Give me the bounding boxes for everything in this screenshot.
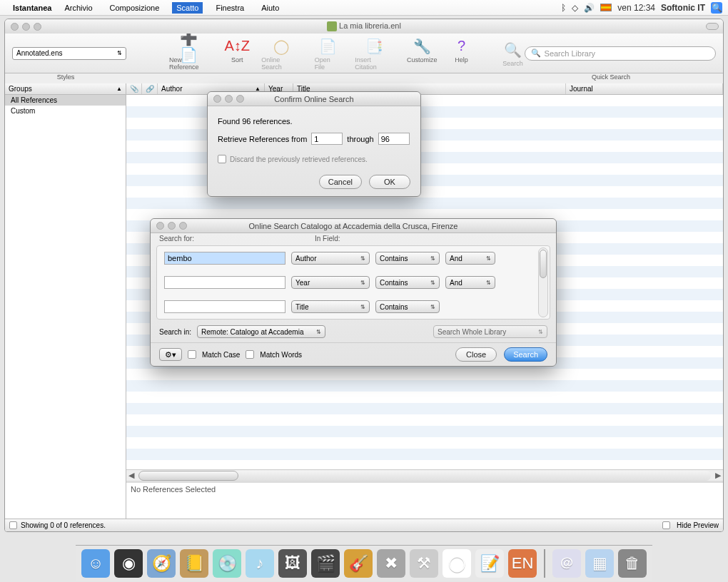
search-rows-scrollbar[interactable] [538, 247, 548, 317]
bluetooth-icon[interactable]: ᛒ [561, 3, 566, 13]
ok-button[interactable]: OK [369, 175, 410, 189]
discard-checkbox[interactable] [218, 155, 226, 163]
col-journal-header[interactable]: Journal [566, 83, 723, 94]
horizontal-scrollbar[interactable]: ◀ ▶ [126, 469, 723, 481]
dock-area: ☺◉🧭📒💿♪🖼🎬🎸✖⚒◯📝EN＠▦🗑 [0, 543, 728, 582]
field-3-popup[interactable]: Title⇅ [291, 300, 370, 313]
sort-button[interactable]: A↕Z Sort [226, 36, 248, 71]
in-field-label: In Field: [315, 235, 340, 242]
menu-scatto[interactable]: Scatto [172, 2, 203, 14]
menu-archivio[interactable]: Archivio [60, 2, 96, 14]
toolbar: Annotated.ens ⇅ ➕📄 New Reference A↕Z Sor… [5, 34, 723, 73]
search-term-3-input[interactable] [164, 300, 285, 313]
scroll-left-icon[interactable]: ◀ [126, 471, 136, 480]
close-dialog-button[interactable]: Close [455, 347, 497, 362]
retrieve-label: Retrieve References from [218, 135, 307, 143]
match-words-label: Match Words [260, 351, 302, 359]
customize-button[interactable]: 🔧 Customize [407, 36, 438, 71]
toolbar-pill-button[interactable] [706, 23, 719, 30]
search-row-1: Author⇅ Contains⇅ And⇅ [164, 252, 542, 265]
op-2-popup[interactable]: Contains⇅ [375, 276, 440, 289]
field-2-popup[interactable]: Year⇅ [291, 276, 370, 289]
conj-2-popup[interactable]: And⇅ [445, 276, 495, 289]
field-1-popup[interactable]: Author⇅ [291, 252, 370, 265]
menu-composizione[interactable]: Composizione [106, 2, 164, 14]
hide-preview-checkbox[interactable] [662, 521, 670, 529]
dock-iphoto-icon[interactable]: 🖼 [278, 549, 307, 578]
retrieve-from-input[interactable] [311, 133, 343, 145]
dock-finder-icon[interactable]: ☺ [81, 549, 110, 578]
search-for-label: Search for: [159, 235, 315, 242]
search-rows-panel: Author⇅ Contains⇅ And⇅ Year⇅ Contains⇅ A… [156, 245, 550, 320]
wifi-icon[interactable]: ◇ [572, 3, 578, 13]
menubar: Istantanea Archivio Composizione Scatto … [0, 0, 728, 16]
new-reference-icon: ➕📄 [180, 36, 203, 56]
groups-header[interactable]: Groups ▲ [5, 83, 126, 95]
help-icon: ? [450, 36, 473, 56]
dock-swirl-icon[interactable]: ◯ [443, 549, 471, 578]
input-flag-icon[interactable] [600, 4, 612, 11]
open-file-button[interactable]: 📄 Open File [315, 36, 343, 71]
scroll-thumb[interactable] [138, 471, 238, 481]
menu-finestra[interactable]: Finestra [211, 2, 248, 14]
dock-trash-icon[interactable]: 🗑 [618, 549, 647, 578]
styles-label: Styles [5, 73, 126, 83]
user-name[interactable]: Softonic IT [661, 3, 705, 13]
new-reference-button[interactable]: ➕📄 New Reference [169, 36, 213, 71]
cancel-button[interactable]: Cancel [319, 175, 362, 189]
match-words-checkbox[interactable] [246, 350, 254, 359]
search-term-1-input[interactable] [164, 252, 285, 265]
dock: ☺◉🧭📒💿♪🖼🎬🎸✖⚒◯📝EN＠▦🗑 [76, 545, 652, 581]
style-selector[interactable]: Annotated.ens ⇅ [12, 47, 126, 60]
clock[interactable]: ven 12:34 [617, 3, 655, 13]
scroll-right-icon[interactable]: ▶ [713, 471, 723, 480]
op-1-popup[interactable]: Contains⇅ [375, 252, 440, 265]
op-3-popup[interactable]: Contains⇅ [375, 300, 440, 313]
group-all-references[interactable]: All References [5, 95, 126, 106]
dock-textedit-icon[interactable]: 📝 [475, 549, 504, 578]
confirm-online-search-dialog: Confirm Online Search Found 96 reference… [207, 91, 421, 197]
conj-1-popup[interactable]: And⇅ [445, 252, 495, 265]
dock-imovie-icon[interactable]: 🎬 [311, 549, 340, 578]
search-term-2-input[interactable] [164, 276, 285, 289]
col-paperclip-header[interactable]: 🔗 [142, 83, 158, 94]
insert-citation-button[interactable]: 📑 Insert Citation [355, 36, 394, 71]
dock-xcode-icon[interactable]: ⚒ [410, 549, 438, 578]
scrollbar-thumb[interactable] [540, 250, 547, 278]
online-search-button[interactable]: ◯ Online Search [261, 36, 301, 71]
spotlight-icon[interactable]: 🔍 [711, 2, 722, 14]
retrieve-to-input[interactable] [378, 133, 410, 145]
status-checkbox[interactable] [9, 521, 17, 529]
search-button[interactable]: Search [504, 347, 547, 362]
group-custom[interactable]: Custom [5, 106, 126, 116]
col-image-header[interactable]: 📎 [126, 83, 142, 94]
search-in-popup[interactable]: Remote: Catalogo at Accademia⇅ [197, 325, 325, 338]
dock-addressbook-icon[interactable]: 📒 [180, 549, 208, 578]
search-whole-library-popup[interactable]: Search Whole Library⇅ [433, 325, 547, 338]
toolbar-buttons: ➕📄 New Reference A↕Z Sort ◯ Online Searc… [169, 36, 473, 71]
no-selection-text: No References Selected [131, 485, 216, 494]
dock-utility-icon[interactable]: ✖ [377, 549, 405, 578]
dock-cd-icon[interactable]: 💿 [213, 549, 241, 578]
app-name[interactable]: Istantanea [13, 4, 51, 12]
help-button[interactable]: ? Help [450, 36, 473, 71]
dock-doc-icon[interactable]: ▦ [585, 549, 614, 578]
dock-endnote-icon[interactable]: EN [508, 549, 537, 578]
volume-icon[interactable]: 🔊 [584, 3, 595, 13]
menu-aiuto[interactable]: Aiuto [257, 2, 283, 14]
dock-safari-icon[interactable]: 🧭 [147, 549, 176, 578]
search-action-button[interactable]: 🔍 Search [502, 40, 525, 67]
search-library-input[interactable]: 🔍 Search Library [525, 46, 716, 61]
dock-garageband-icon[interactable]: 🎸 [344, 549, 373, 578]
dock-mail-stack-icon[interactable]: ＠ [552, 549, 581, 578]
found-references-text: Found 96 references. [218, 117, 410, 126]
gear-menu-button[interactable]: ⚙▾ [159, 348, 182, 361]
window-title: La mia libreria.enl [5, 21, 723, 31]
confirm-dialog-title: Confirm Online Search [208, 95, 420, 103]
titlebar[interactable]: La mia libreria.enl [5, 19, 723, 34]
quick-search-label: Quick Search [126, 73, 723, 83]
match-case-checkbox[interactable] [188, 350, 196, 359]
dock-itunes-icon[interactable]: ♪ [246, 549, 274, 578]
dock-dashboard-icon[interactable]: ◉ [114, 549, 143, 578]
search-row-3: Title⇅ Contains⇅ [164, 300, 542, 313]
